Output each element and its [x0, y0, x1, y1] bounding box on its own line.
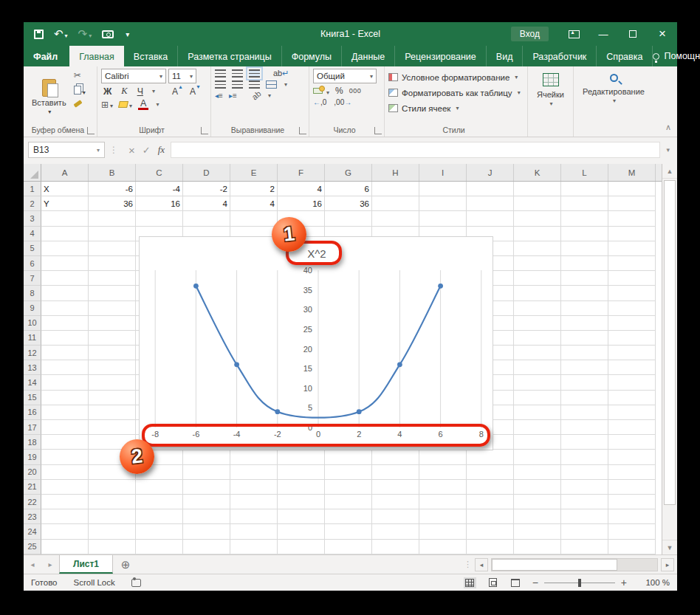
cell-M1[interactable]: [608, 182, 656, 196]
row-header-9[interactable]: 9: [24, 301, 41, 316]
cell-K24[interactable]: [514, 524, 561, 539]
row-header-17[interactable]: 17: [24, 420, 41, 435]
row-header-6[interactable]: 6: [24, 256, 41, 271]
cell-M21[interactable]: [608, 480, 656, 495]
font-color-dropdown-icon[interactable]: ▾: [156, 101, 159, 108]
cell-I21[interactable]: [419, 480, 467, 495]
cell-A24[interactable]: [41, 524, 89, 539]
row-header-19[interactable]: 19: [24, 450, 41, 464]
paste-button[interactable]: Вставить ▾: [27, 69, 71, 125]
ribbon-display-options-button[interactable]: [559, 22, 589, 46]
row-header-7[interactable]: 7: [24, 271, 41, 286]
splitter-handle[interactable]: ⋮: [464, 560, 472, 569]
cell-B25[interactable]: [89, 540, 136, 554]
cell-C23[interactable]: [136, 509, 183, 524]
add-sheet-icon[interactable]: ⊕: [113, 555, 138, 574]
sheet-tab[interactable]: Лист1: [59, 555, 113, 574]
cell-E20[interactable]: [230, 465, 278, 480]
cell-D23[interactable]: [183, 509, 230, 524]
cell-A14[interactable]: [41, 375, 89, 390]
row-header-3[interactable]: 3: [24, 211, 41, 226]
save-icon[interactable]: [34, 30, 44, 39]
row-header-1[interactable]: 1: [24, 182, 41, 196]
cell-C25[interactable]: [136, 540, 183, 554]
cell-C1[interactable]: -4: [136, 182, 183, 196]
tab-Главная[interactable]: Главная: [69, 46, 124, 66]
cell-D21[interactable]: [183, 480, 230, 495]
cell-M2[interactable]: [608, 196, 656, 211]
merge-dropdown-icon[interactable]: ▾: [284, 81, 287, 88]
collapse-ribbon-icon[interactable]: ∧: [665, 123, 671, 132]
cell-A21[interactable]: [41, 480, 89, 495]
cell-E1[interactable]: 2: [230, 182, 278, 196]
cell-G23[interactable]: [325, 509, 372, 524]
cell-F22[interactable]: [278, 495, 325, 509]
cell-L17[interactable]: [561, 420, 608, 435]
cell-I24[interactable]: [419, 524, 467, 539]
cell-L25[interactable]: [561, 540, 608, 554]
cell-A12[interactable]: [41, 346, 89, 360]
cell-M6[interactable]: [608, 256, 656, 271]
cell-L13[interactable]: [561, 360, 608, 375]
cell-A11[interactable]: [41, 331, 89, 346]
cancel-icon[interactable]: ×: [128, 144, 135, 157]
italic-button[interactable]: К: [119, 86, 129, 97]
cell-M10[interactable]: [608, 316, 656, 331]
row-header-24[interactable]: 24: [24, 524, 41, 539]
cell-L4[interactable]: [561, 227, 608, 241]
cell-K3[interactable]: [514, 211, 561, 226]
cell-A9[interactable]: [41, 301, 89, 316]
column-header-E[interactable]: E: [230, 164, 278, 181]
normal-view-button[interactable]: [464, 577, 476, 588]
styles-item-2[interactable]: Стили ячеек▾: [388, 101, 524, 115]
column-header-F[interactable]: F: [278, 164, 325, 181]
row-header-14[interactable]: 14: [24, 375, 41, 390]
zoom-slider[interactable]: [544, 583, 615, 583]
cell-K10[interactable]: [514, 316, 561, 331]
styles-item-0[interactable]: Условное форматирование▾: [388, 70, 524, 84]
cell-J25[interactable]: [467, 540, 514, 554]
cell-B15[interactable]: [89, 391, 136, 405]
cell-A2[interactable]: Y: [41, 196, 89, 211]
cell-L16[interactable]: [561, 405, 608, 420]
format-painter-icon[interactable]: [73, 100, 82, 107]
cell-M13[interactable]: [608, 360, 656, 375]
cell-H25[interactable]: [372, 540, 419, 554]
cell-H23[interactable]: [372, 509, 419, 524]
cell-A19[interactable]: [41, 450, 89, 464]
cell-C24[interactable]: [136, 524, 183, 539]
cell-H24[interactable]: [372, 524, 419, 539]
font-name-select[interactable]: Calibri▾: [101, 69, 166, 83]
cell-K2[interactable]: [514, 196, 561, 211]
enter-icon[interactable]: ✓: [143, 145, 151, 156]
sheet-nav-left-icon[interactable]: ◂: [24, 555, 41, 574]
cell-I23[interactable]: [419, 509, 467, 524]
cell-L12[interactable]: [561, 346, 608, 360]
cell-D1[interactable]: -2: [183, 182, 230, 196]
cell-M17[interactable]: [608, 420, 656, 435]
accounting-format-button[interactable]: ▾: [313, 86, 329, 96]
page-break-view-button[interactable]: [509, 577, 522, 588]
cell-B21[interactable]: [89, 480, 136, 495]
paste-dropdown-icon[interactable]: ▾: [48, 109, 51, 115]
column-header-I[interactable]: I: [419, 164, 467, 181]
cell-A3[interactable]: [41, 211, 89, 226]
cell-D20[interactable]: [183, 465, 230, 480]
column-header-D[interactable]: D: [183, 164, 230, 181]
borders-button[interactable]: ⊞▾: [101, 100, 113, 110]
cell-A5[interactable]: [41, 241, 89, 256]
cell-F23[interactable]: [278, 509, 325, 524]
tab-Вид[interactable]: Вид: [487, 46, 524, 66]
cell-F24[interactable]: [278, 524, 325, 539]
cell-M7[interactable]: [608, 271, 656, 286]
tab-Данные[interactable]: Данные: [342, 46, 395, 66]
cell-H21[interactable]: [372, 480, 419, 495]
row-header-22[interactable]: 22: [24, 495, 41, 509]
cell-I25[interactable]: [419, 540, 467, 554]
font-dialog-launcher[interactable]: [201, 127, 208, 134]
number-dialog-launcher[interactable]: [374, 127, 382, 134]
chart-object[interactable]: -8-6-4-2024680510152025303540X^2: [139, 236, 493, 450]
cell-A25[interactable]: [41, 540, 89, 554]
cell-H2[interactable]: [372, 196, 419, 211]
column-header-A[interactable]: A: [41, 164, 89, 181]
